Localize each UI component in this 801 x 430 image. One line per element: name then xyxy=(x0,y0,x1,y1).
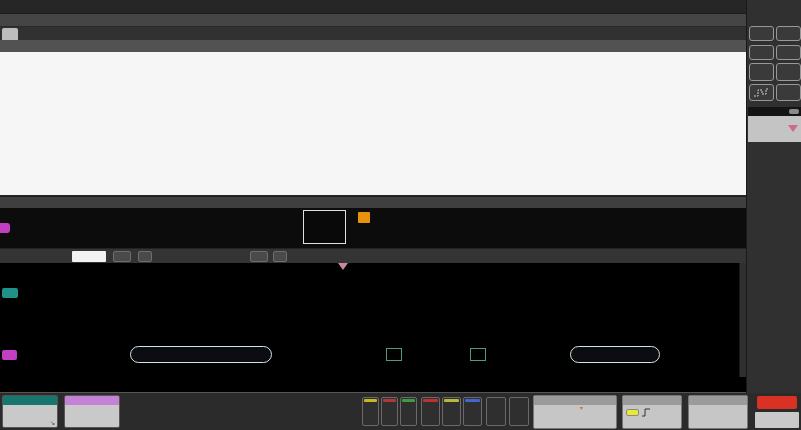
search-panel-badge xyxy=(789,109,799,114)
results-table-header xyxy=(0,40,746,52)
bus-decode-tabrow xyxy=(0,27,746,40)
waveform-overview-strip[interactable] xyxy=(0,208,746,248)
oscilloscope-app: ↘ ▾ xyxy=(0,0,801,430)
add-channel1-button[interactable] xyxy=(362,397,379,426)
waveform-scrollbar[interactable] xyxy=(739,263,746,377)
zoom-control-bar xyxy=(0,248,746,263)
add-new-math-button[interactable] xyxy=(421,397,440,426)
search-button[interactable] xyxy=(776,45,801,60)
waveform-view-titlebar xyxy=(0,196,746,208)
add-channel4-button[interactable] xyxy=(400,397,417,426)
datetime-display xyxy=(755,412,799,428)
dvm-button[interactable] xyxy=(486,397,506,426)
histogram-icon-button[interactable] xyxy=(749,84,774,101)
bus1-chip-title xyxy=(65,396,119,405)
bus1-settings-badge[interactable] xyxy=(64,395,120,428)
zoomed-waveform-area[interactable] xyxy=(0,263,746,377)
overview-bursts xyxy=(0,208,746,248)
time-axis xyxy=(0,377,746,393)
trigger-marker[interactable] xyxy=(358,212,370,223)
add-channel3-button[interactable] xyxy=(381,397,398,426)
afg-button[interactable] xyxy=(509,397,529,426)
decode-eof-bubble xyxy=(570,346,660,363)
channel2-badge[interactable] xyxy=(2,288,18,298)
acquisition-settings-panel[interactable] xyxy=(688,395,748,429)
add-new-bus-button[interactable] xyxy=(463,397,482,426)
results-table-button[interactable] xyxy=(749,63,774,81)
search1-panel-header[interactable] xyxy=(748,107,801,116)
bottom-bar: ↘ ▾ xyxy=(0,393,801,430)
right-sidebar xyxy=(746,0,801,393)
decode-ellipsis-box xyxy=(470,348,486,361)
results-table-body xyxy=(0,52,746,195)
menu-bar xyxy=(0,0,746,14)
decode-priority-identifier-bubble xyxy=(130,346,272,363)
cursors-button[interactable] xyxy=(749,26,774,41)
bus-position-marker xyxy=(0,223,10,233)
bus-decode-titlebar xyxy=(0,14,746,27)
horizontal-settings-panel[interactable]: ▾ xyxy=(533,395,617,429)
preview-button[interactable] xyxy=(757,396,797,409)
horizontal-zoom-scale-input[interactable] xyxy=(72,251,106,262)
search1-panel-body[interactable] xyxy=(748,116,801,142)
horizontal-zoom-stepper[interactable] xyxy=(113,251,131,262)
tab-bus1-can[interactable] xyxy=(2,28,18,40)
horizontal-zoom-reset-button[interactable] xyxy=(138,251,152,262)
callout-button[interactable] xyxy=(776,26,801,41)
trigger-position-icon: ▾ xyxy=(580,405,583,411)
rising-edge-icon xyxy=(641,408,651,417)
measure-button[interactable] xyxy=(749,45,774,60)
decode-ellipsis-box xyxy=(386,348,402,361)
search-marker-color-icon xyxy=(788,125,798,132)
probe-icon: ↘ xyxy=(50,420,55,428)
channel2-chip-title xyxy=(3,396,57,405)
histogram-icon xyxy=(753,87,770,98)
vertical-zoom-reset-button[interactable] xyxy=(273,251,287,262)
search-event-marker-icon xyxy=(338,263,348,270)
more-button[interactable] xyxy=(776,84,801,101)
vertical-zoom-stepper[interactable] xyxy=(250,251,268,262)
zoom-selection-box[interactable] xyxy=(303,210,346,244)
add-new-ref-button[interactable] xyxy=(442,397,461,426)
plot-button[interactable] xyxy=(776,63,801,81)
trigger-settings-panel[interactable] xyxy=(622,395,682,429)
channel2-settings-badge[interactable]: ↘ xyxy=(2,395,58,428)
trigger-source-badge xyxy=(626,409,639,416)
bus1-badge[interactable] xyxy=(2,350,17,360)
